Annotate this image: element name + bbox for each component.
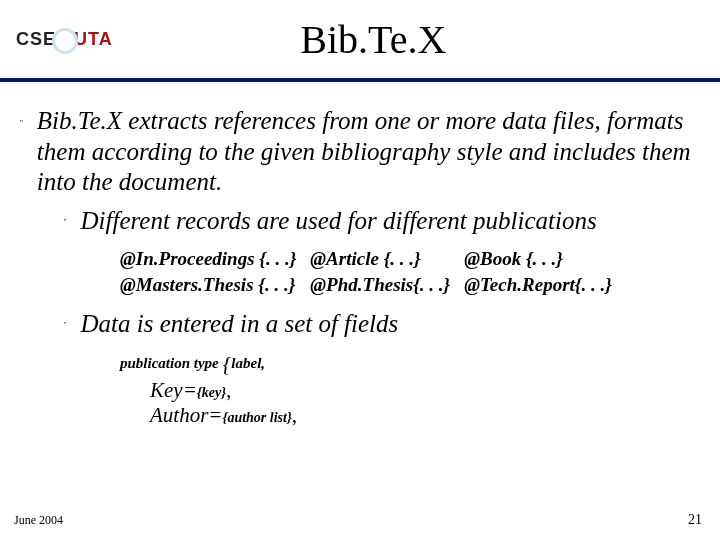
record-cell: @Article {. . .} [310,246,464,272]
sub-text-2: Data is entered in a set of fields [81,309,399,340]
pubtype-suffix: label, [231,355,265,371]
field-line: Author={author list}, [150,403,700,428]
record-cell: @Tech.Report{. . .} [464,272,626,298]
footer-date: June 2004 [14,513,63,528]
main-text: Bib.Te.X extracts references from one or… [37,106,700,198]
slide-header: CSE UTA Bib.Te.X [0,0,720,78]
logo-ring-icon [52,28,78,54]
table-row: @Masters.Thesis {. . .} @Phd.Thesis{. . … [120,272,626,298]
bullet-level-2: " Different records are used for differe… [64,206,700,237]
open-brace-icon: { [223,351,232,376]
field-comma: , [226,378,231,402]
bullet-level-2: " Data is entered in a set of fields [64,309,700,340]
page-title: Bib.Te.X [43,16,704,63]
bullet-icon: " [20,118,23,198]
record-cell: @Book {. . .} [464,246,626,272]
field-value: {key} [197,385,226,400]
fields-block: Key={key}, Author={author list}, [150,378,700,428]
record-cell: @Phd.Thesis{. . .} [310,272,464,298]
field-key: Author= [150,403,223,427]
slide-content: " Bib.Te.X extracts references from one … [0,82,720,428]
record-cell: @In.Proceedings {. . .} [120,246,310,272]
bullet-icon: " [64,218,67,237]
page-number: 21 [688,512,702,528]
field-line: Key={key}, [150,378,700,403]
pubtype-prefix: publication type [120,355,223,371]
record-types-block: @In.Proceedings {. . .} @Article {. . .}… [120,246,700,297]
bullet-level-1: " Bib.Te.X extracts references from one … [20,106,700,198]
record-cell: @Masters.Thesis {. . .} [120,272,310,298]
field-key: Key= [150,378,197,402]
record-types-table: @In.Proceedings {. . .} @Article {. . .}… [120,246,626,297]
field-value: {author list} [223,410,292,425]
sub-text-1: Different records are used for different… [81,206,597,237]
bullet-icon: " [64,321,67,340]
table-row: @In.Proceedings {. . .} @Article {. . .}… [120,246,626,272]
publication-type-line: publication type {label, [120,348,700,374]
field-comma: , [292,403,297,427]
